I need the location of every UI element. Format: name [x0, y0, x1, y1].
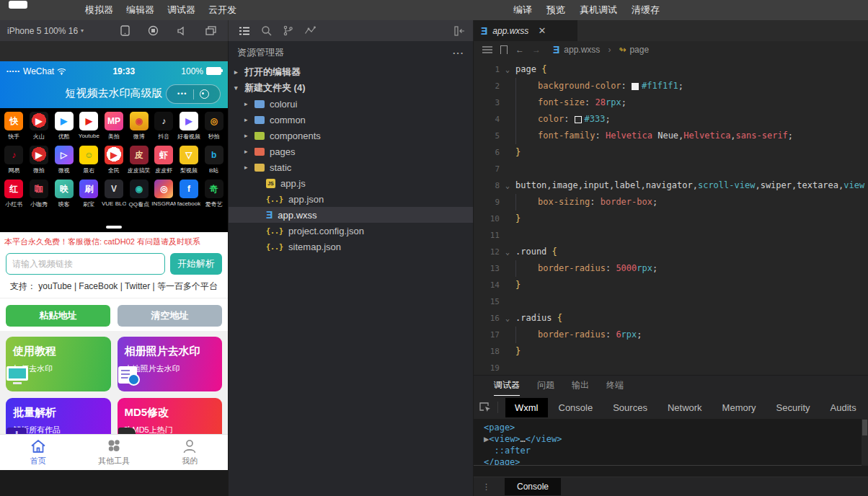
platform-app-icon[interactable]: 皮	[130, 146, 149, 164]
code-area[interactable]: 1 ⌄ page { 2 background-color: #f1f1f1; …	[474, 58, 868, 375]
drawer-handle-icon[interactable]: ⋮	[482, 486, 490, 488]
platform-item[interactable]: b B站	[201, 146, 226, 174]
platform-app-icon[interactable]: 红	[4, 180, 23, 198]
platform-item[interactable]: ▶ 火山	[27, 112, 52, 141]
bookmark-icon[interactable]	[500, 45, 508, 54]
close-icon[interactable]: ✕	[538, 25, 546, 36]
debugger-tab[interactable]: 问题	[537, 376, 554, 396]
platform-app-icon[interactable]: 刷	[79, 180, 98, 198]
platform-item[interactable]: ◎ 秒拍	[201, 112, 226, 141]
platform-item[interactable]: ▶ Youtube	[76, 112, 102, 141]
debugger-tab[interactable]: 终端	[606, 376, 624, 396]
more-actions-icon[interactable]: ···	[453, 48, 464, 58]
tree-row[interactable]: {..} sitemap.json	[229, 239, 473, 254]
tree-row[interactable]: ▸ common	[229, 112, 473, 128]
platform-item[interactable]: ▶ 优酷	[51, 112, 76, 141]
mute-icon[interactable]	[177, 26, 187, 36]
platform-app-icon[interactable]: ☺	[79, 146, 98, 164]
platform-item[interactable]: MP 美拍	[102, 112, 127, 141]
menu-item[interactable]: 真机调试	[580, 4, 617, 17]
wxml-line[interactable]: <page>	[484, 422, 868, 433]
console-drawer-tab[interactable]: Console	[505, 478, 561, 495]
debugger-tab[interactable]: 调试器	[494, 376, 520, 396]
dependency-graph-icon[interactable]	[304, 26, 316, 35]
platform-app-icon[interactable]: ♪	[4, 146, 23, 164]
inspect-element-icon[interactable]	[479, 402, 492, 413]
platform-app-icon[interactable]: 虾	[154, 146, 173, 164]
tree-row[interactable]: {..} project.config.json	[229, 223, 473, 239]
video-link-input[interactable]	[6, 253, 165, 275]
platform-app-icon[interactable]: ▶	[55, 112, 74, 130]
devtools-tab[interactable]: Memory	[713, 398, 766, 417]
platform-item[interactable]: 刷 刷宝	[76, 180, 102, 208]
fold-icon[interactable]: ⌄	[500, 244, 515, 260]
platform-item[interactable]: 咖 小咖秀	[27, 180, 52, 208]
devtools-tab[interactable]: Sources	[603, 398, 657, 417]
menu-item[interactable]: 云开发	[208, 4, 236, 17]
wxml-line[interactable]: </page>	[484, 456, 868, 466]
paste-address-button[interactable]: 粘贴地址	[6, 305, 110, 327]
platform-app-icon[interactable]: ▶	[105, 146, 123, 164]
clear-address-button[interactable]: 清空地址	[118, 305, 222, 327]
fold-icon[interactable]: ⌄	[500, 177, 515, 194]
platform-app-icon[interactable]: ▶	[180, 112, 198, 130]
tree-row[interactable]: ▸ components	[229, 128, 473, 143]
platform-app-icon[interactable]: f	[180, 180, 198, 198]
wxml-inspector[interactable]: <page>▶<view>…</view> ::after</page>	[474, 419, 868, 466]
devtools-tab[interactable]: Console	[549, 398, 603, 417]
platform-item[interactable]: ▶ 微拍	[27, 146, 52, 174]
platform-app-icon[interactable]: ▷	[55, 146, 74, 164]
platform-app-icon[interactable]: ◎	[205, 112, 223, 130]
fold-icon[interactable]: ⌄	[500, 61, 515, 78]
capsule-button[interactable]: •••	[166, 84, 221, 104]
tab-mine[interactable]: 我的	[152, 435, 228, 470]
tab-app-wxss[interactable]: Ǝ app.wxss ✕	[474, 20, 577, 41]
platform-app-icon[interactable]: ▶	[30, 112, 48, 130]
platform-item[interactable]: V VUE BLOG	[102, 180, 127, 208]
record-icon[interactable]	[148, 25, 159, 36]
platform-item[interactable]: ▽ 梨视频	[177, 146, 202, 174]
menu-item[interactable]: 模拟器	[85, 4, 113, 17]
more-icon[interactable]: •••	[177, 91, 187, 97]
platform-app-icon[interactable]: ▽	[180, 146, 198, 164]
devtools-tab[interactable]: Network	[658, 398, 712, 417]
platform-app-icon[interactable]: ▶	[79, 112, 98, 130]
tab-other-tools[interactable]: 其他工具	[76, 435, 151, 470]
parse-button[interactable]: 开始解析	[170, 253, 222, 275]
breadcrumb-symbol[interactable]: ↬ page	[619, 45, 649, 55]
platform-app-icon[interactable]: ▶	[30, 146, 48, 164]
platform-app-icon[interactable]: ◉	[130, 180, 149, 198]
search-icon[interactable]	[261, 25, 272, 36]
platform-item[interactable]: ▶ 好看视频	[177, 112, 202, 141]
wxml-line[interactable]: ::after	[484, 445, 868, 456]
platform-item[interactable]: ▷ 微视	[51, 146, 76, 174]
platform-app-icon[interactable]: 映	[55, 180, 74, 198]
menu-item[interactable]: 预览	[546, 4, 565, 17]
platform-item[interactable]: f facebook	[177, 180, 202, 208]
tree-row[interactable]: JS app.js	[229, 175, 473, 191]
wxml-line[interactable]: ▶<view>…</view>	[484, 433, 868, 445]
exit-target-icon[interactable]	[200, 89, 209, 99]
tab-home[interactable]: 首页	[0, 435, 76, 470]
platform-item[interactable]: ♪ 抖音	[151, 112, 177, 141]
platform-item[interactable]: ☺ 最右	[76, 146, 102, 174]
collapse-sidebar-icon[interactable]	[454, 26, 466, 36]
debugger-tab[interactable]: 输出	[572, 376, 589, 396]
devtools-tab[interactable]: Wxml	[505, 398, 548, 417]
tree-row[interactable]: ▸ pages	[229, 143, 473, 159]
platform-item[interactable]: 红 小红书	[1, 180, 27, 208]
devtools-tab[interactable]: Audits	[821, 398, 866, 417]
nav-back-icon[interactable]: ←	[515, 45, 524, 55]
tree-row[interactable]: ▸ static	[229, 159, 473, 175]
git-branch-icon[interactable]	[283, 25, 293, 36]
platform-item[interactable]: 奇 爱奇艺	[201, 180, 226, 208]
explorer-list-icon[interactable]	[239, 26, 250, 36]
platform-item[interactable]: 快 快手	[1, 112, 27, 141]
platform-item[interactable]: ◉ QQ看点	[126, 180, 151, 208]
platform-app-icon[interactable]: ♪	[154, 112, 173, 130]
platform-item[interactable]: 皮 皮皮搞笑	[126, 146, 151, 174]
platform-app-icon[interactable]: 奇	[205, 180, 223, 198]
feature-card[interactable]: 使用教程 如何去水印	[6, 337, 111, 391]
menu-item[interactable]: 调试器	[167, 4, 195, 17]
menu-item[interactable]: 编译	[513, 4, 532, 17]
